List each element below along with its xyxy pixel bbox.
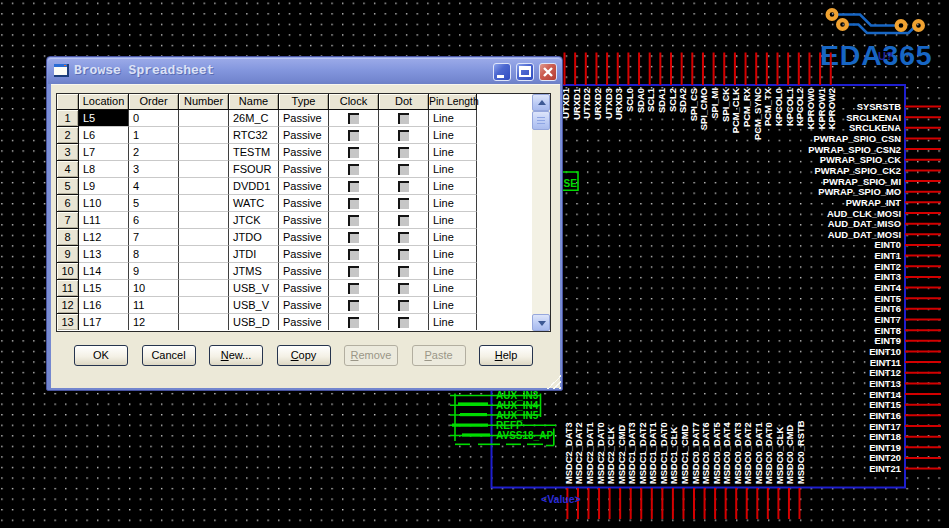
pin-label-right[interactable]: PWRAP_SPIO_CK — [820, 154, 901, 165]
cell-type[interactable]: Passive — [279, 212, 329, 229]
pin-label-bottom[interactable]: MSDC2_CMD — [616, 424, 627, 484]
cell-rownum[interactable]: 5 — [57, 178, 79, 195]
cell-dot[interactable] — [379, 178, 429, 195]
pin-label-right[interactable]: EINT14 — [869, 389, 902, 400]
cell-name[interactable]: USB_V — [229, 297, 279, 314]
pin-label-top[interactable]: KPCOL0 — [773, 88, 784, 126]
selected-cell[interactable]: L5 — [79, 110, 129, 127]
cell-location[interactable]: L15 — [79, 280, 129, 297]
pin-label-right[interactable]: EINT19 — [869, 442, 901, 453]
cell-number[interactable] — [179, 280, 229, 297]
dialog-titlebar[interactable]: Browse Spreadsheet — [48, 58, 561, 84]
cell-name[interactable]: JTMS — [229, 263, 279, 280]
pin-label-bottom[interactable]: MSDC2_DAT2 — [573, 422, 584, 484]
cell-rownum[interactable]: 2 — [57, 127, 79, 144]
cell-type[interactable]: Passive — [279, 127, 329, 144]
clock-checkbox[interactable] — [348, 215, 359, 226]
clock-checkbox[interactable] — [348, 181, 359, 192]
column-header-name[interactable]: Name — [229, 94, 279, 110]
cell-rownum[interactable]: 12 — [57, 297, 79, 314]
pin-label-top[interactable]: SPI_CK — [720, 88, 731, 122]
pin-label-top[interactable]: KPCOL1 — [784, 88, 795, 126]
cell-name[interactable]: TESTM — [229, 144, 279, 161]
pin-label-bottom[interactable]: MSDC1_DAT2 — [637, 422, 648, 484]
cell-location[interactable]: L16 — [79, 297, 129, 314]
pin-label-bottom[interactable]: MSDC0_DAT1 — [753, 422, 764, 484]
cell-dot[interactable] — [379, 297, 429, 314]
column-header-pin-length[interactable]: Pin Length — [429, 94, 477, 110]
pin-label-top[interactable]: SPI_CS — [688, 88, 699, 121]
dot-checkbox[interactable] — [398, 130, 409, 141]
pin-label-top[interactable]: SDA0 — [635, 88, 646, 113]
clock-checkbox[interactable] — [348, 283, 359, 294]
cell-order[interactable]: 8 — [129, 246, 179, 263]
cell-location[interactable]: L14 — [79, 263, 129, 280]
column-header-number[interactable]: Number — [179, 94, 229, 110]
clock-checkbox[interactable] — [348, 147, 359, 158]
pin-label-bottom[interactable]: MSDC0_DAT5 — [711, 422, 722, 484]
cell-clock[interactable] — [329, 178, 379, 195]
pin-label-right[interactable]: EINT11 — [870, 357, 901, 368]
cell-number[interactable] — [179, 127, 229, 144]
pin-label-right[interactable]: AUD_CLK_MOSI — [827, 208, 901, 219]
pin-label-top[interactable]: URXD2 — [592, 88, 603, 120]
pin-label-top[interactable]: SDA1 — [656, 88, 667, 113]
pin-label-top[interactable]: URXD3 — [613, 88, 624, 120]
cell-clock[interactable] — [329, 297, 379, 314]
cell-name[interactable]: 26M_C — [229, 110, 279, 127]
cell-type[interactable]: Passive — [279, 280, 329, 297]
clock-checkbox[interactable] — [348, 300, 359, 311]
pin-label-top[interactable]: URXD1 — [571, 88, 582, 120]
pin-label-top[interactable]: PCM_CLK — [730, 88, 741, 134]
vertical-scrollbar[interactable] — [532, 94, 550, 331]
cell-name[interactable]: WATC — [229, 195, 279, 212]
cell-pin-length[interactable]: Line — [429, 212, 477, 229]
cell-order[interactable]: 11 — [129, 297, 179, 314]
ok-button[interactable]: OK — [74, 345, 128, 366]
cell-dot[interactable] — [379, 314, 429, 330]
cell-dot[interactable] — [379, 246, 429, 263]
cell-clock[interactable] — [329, 314, 379, 330]
pin-label-right[interactable]: EINT17 — [869, 421, 901, 432]
cell-dot[interactable] — [379, 212, 429, 229]
pin-label-bottom[interactable]: MSDC0_DAT4 — [721, 421, 732, 484]
component-value[interactable]: <Value> — [541, 493, 581, 505]
cell-name[interactable]: USB_D — [229, 314, 279, 330]
cell-dot[interactable] — [379, 229, 429, 246]
pin-label-top[interactable]: UTXD2 — [581, 88, 592, 119]
dot-checkbox[interactable] — [398, 198, 409, 209]
cell-dot[interactable] — [379, 280, 429, 297]
pin-label-bottom[interactable]: MSDC0_DAT6 — [700, 422, 711, 484]
pin-label-right[interactable]: AUD_DAT_MISO — [828, 218, 901, 229]
cell-rownum[interactable]: 13 — [57, 314, 79, 330]
pin-label-bottom[interactable]: MSDC2_DAT0 — [595, 422, 606, 484]
cell-name[interactable]: RTC32 — [229, 127, 279, 144]
pin-label-right[interactable]: SRCLKENA — [849, 122, 901, 133]
pin-label-top[interactable]: KPCOL2 — [794, 88, 805, 126]
cell-type[interactable]: Passive — [279, 314, 329, 330]
pin-label-bottom[interactable]: MSDC0_DAT3 — [732, 422, 743, 484]
dot-checkbox[interactable] — [398, 283, 409, 294]
cell-number[interactable] — [179, 246, 229, 263]
cell-location[interactable]: L10 — [79, 195, 129, 212]
maximize-button[interactable] — [516, 63, 534, 81]
cell-pin-length[interactable]: Line — [429, 161, 477, 178]
cell-clock[interactable] — [329, 127, 379, 144]
net-label[interactable]: AVSS18_AP — [496, 430, 553, 441]
cell-dot[interactable] — [379, 110, 429, 127]
new-button[interactable]: New... — [209, 345, 263, 366]
cell-type[interactable]: Passive — [279, 144, 329, 161]
pin-label-right[interactable]: PWRAP_SPIO_CSN — [813, 133, 901, 144]
cell-order[interactable]: 2 — [129, 144, 179, 161]
pin-label-bottom[interactable]: MSDC1_DAT0 — [658, 422, 669, 484]
pin-label-top[interactable]: KPROW1 — [816, 88, 827, 129]
cell-location[interactable]: L17 — [79, 314, 129, 330]
pin-label-top[interactable]: KPROW0 — [805, 88, 816, 129]
cell-location[interactable]: L11 — [79, 212, 129, 229]
pin-label-bottom[interactable]: MSDC1_CLK — [668, 426, 679, 484]
pin-label-right[interactable]: EINT10 — [869, 346, 901, 357]
pin-label-bottom[interactable]: MSDC1_CMD — [679, 424, 690, 484]
column-header-order[interactable]: Order — [129, 94, 179, 110]
pin-label-top[interactable]: SDA2 — [677, 88, 688, 113]
pin-label-top[interactable]: PCM_TX — [762, 87, 773, 126]
